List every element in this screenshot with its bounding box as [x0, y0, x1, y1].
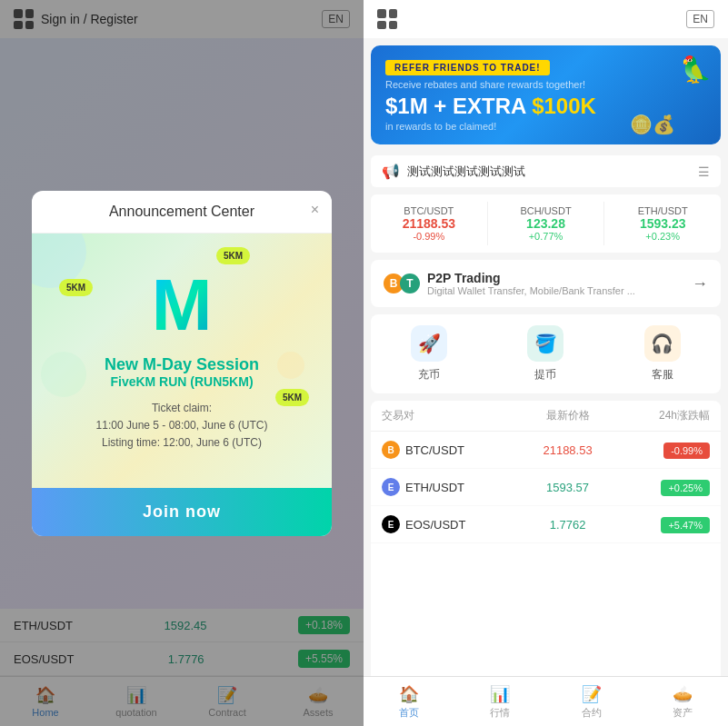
announcement-text: 测试测试测试测试测试 — [407, 164, 525, 180]
ticket-label: Ticket claim: — [152, 402, 212, 414]
right-lang-badge[interactable]: EN — [686, 10, 714, 28]
ticker-pair-eth: ETH/USDT — [604, 205, 721, 216]
market-pair-cell-btc: B BTC/USDT — [382, 441, 513, 459]
ticket-time: 11:00 June 5 - 08:00, June 6 (UTC) — [96, 419, 268, 432]
ticker-eth[interactable]: ETH/USDT 1593.23 +0.23% — [604, 202, 721, 245]
badge-5km-topleft: 5KM — [59, 279, 93, 296]
action-deposit[interactable]: 🚀 充币 — [411, 325, 447, 383]
market-price-btc: 21188.53 — [513, 443, 622, 457]
right-contract-icon: 📝 — [582, 684, 602, 704]
ticker-change-eth: +0.23% — [604, 231, 721, 242]
badge-5km-bottomright: 5KM — [275, 389, 309, 406]
ticker-bch[interactable]: BCH/USDT 123.28 +0.77% — [488, 202, 605, 245]
market-pair-eos: EOS/USDT — [405, 518, 465, 532]
modal-banner: 5KM 5KM 5KM M New M-Day Session FiveKM R… — [32, 234, 332, 488]
right-nav-contract[interactable]: 📝 合约 — [546, 677, 637, 726]
market-table: 交易对 最新价格 24h涨跌幅 B BTC/USDT 21188.53 -0.9… — [371, 401, 721, 722]
ann-left: 📢 测试测试测试测试测试 — [382, 163, 525, 180]
promo-bird-icon: 🦜 — [680, 55, 712, 85]
action-row: 🚀 充币 🪣 提币 🎧 客服 — [371, 314, 721, 393]
right-nav-assets-label: 资产 — [673, 706, 693, 720]
badge-5km-topcenter: 5KM — [216, 247, 250, 264]
market-change-eth: +0.25% — [623, 479, 710, 496]
market-row-eos[interactable]: E EOS/USDT 1.7762 +5.47% — [371, 506, 721, 543]
ticker-change-btc: -0.99% — [371, 231, 487, 242]
p2p-card[interactable]: B T P2P Trading Digital Wallet Transfer,… — [371, 260, 721, 307]
eth-coin-icon: E — [382, 478, 400, 496]
join-now-button[interactable]: Join now — [32, 488, 332, 536]
market-header: 交易对 最新价格 24h涨跌幅 — [371, 401, 721, 432]
ticker-btc[interactable]: BTC/USDT 21188.53 -0.99% — [371, 202, 488, 245]
market-col-price: 最新价格 — [513, 408, 622, 423]
event-details: Ticket claim: 11:00 June 5 - 08:00, June… — [96, 400, 268, 453]
ann-menu-icon[interactable]: ☰ — [698, 164, 710, 179]
btc-coin-icon: B — [382, 441, 400, 459]
right-home-icon: 🏠 — [399, 684, 419, 704]
ticker-pair-bch: BCH/USDT — [488, 205, 604, 216]
ticker-pair-btc: BTC/USDT — [371, 205, 487, 216]
left-panel: Sign in / Register EN ETH/USDT 1592.45 +… — [0, 0, 364, 726]
p2p-icons: B T — [384, 273, 420, 293]
withdraw-icon: 🪣 — [527, 325, 563, 362]
m-logo: M — [152, 269, 213, 342]
support-icon: 🎧 — [644, 325, 681, 362]
right-nav-assets[interactable]: 🥧 资产 — [637, 677, 728, 726]
promo-banner[interactable]: 🦜 🪙💰 REFER FRIENDS TO TRADE! Receive reb… — [371, 45, 721, 144]
modal-title: Announcement Center — [32, 191, 332, 234]
withdraw-label: 提币 — [534, 367, 556, 383]
promo-tag: REFER FRIENDS TO TRADE! — [385, 60, 550, 75]
right-panel: EN 🦜 🪙💰 REFER FRIENDS TO TRADE! Receive … — [364, 0, 728, 726]
market-pair-cell-eth: E ETH/USDT — [382, 478, 513, 496]
price-ticker: BTC/USDT 21188.53 -0.99% BCH/USDT 123.28… — [371, 194, 721, 253]
right-nav-home-label: 首页 — [399, 706, 419, 720]
p2p-arrow-icon: → — [692, 274, 708, 293]
market-price-eth: 1593.57 — [513, 481, 622, 494]
event-subtitle: FiveKM RUN (RUN5KM) — [110, 374, 253, 389]
p2p-desc: Digital Wallet Transfer, Mobile/Bank Tra… — [427, 285, 635, 296]
market-col-change: 24h涨跌幅 — [623, 408, 710, 423]
right-nav-market-label: 行情 — [490, 706, 510, 720]
right-header-left — [377, 9, 397, 29]
action-support[interactable]: 🎧 客服 — [644, 325, 681, 383]
market-pair-cell-eos: E EOS/USDT — [382, 515, 513, 533]
p2p-title: P2P Trading — [427, 271, 635, 285]
promo-coins-icon: 🪙💰 — [630, 114, 675, 135]
ticker-price-eth: 1593.23 — [604, 216, 721, 231]
deposit-icon: 🚀 — [411, 325, 447, 362]
listing-label: Listing time: 12:00, June 6 (UTC) — [102, 436, 262, 449]
market-row-eth[interactable]: E ETH/USDT 1593.57 +0.25% — [371, 469, 721, 506]
eth-change-badge: +0.25% — [661, 480, 710, 496]
ticker-price-bch: 123.28 — [488, 216, 604, 231]
market-pair-eth: ETH/USDT — [405, 481, 464, 494]
market-change-btc: -0.99% — [623, 442, 710, 459]
right-nav-market[interactable]: 📊 行情 — [454, 677, 545, 726]
btc-change-badge: -0.99% — [663, 443, 710, 459]
market-price-eos: 1.7762 — [513, 518, 622, 532]
market-pair-btc: BTC/USDT — [405, 443, 464, 457]
action-withdraw[interactable]: 🪣 提币 — [527, 325, 563, 383]
right-nav-contract-label: 合约 — [582, 706, 602, 720]
market-change-eos: +5.47% — [623, 516, 710, 533]
right-nav-home[interactable]: 🏠 首页 — [364, 677, 454, 726]
right-header: EN — [364, 0, 728, 38]
circle-decoration-3 — [277, 352, 304, 379]
event-title: New M-Day Session — [105, 355, 259, 374]
modal-overlay[interactable]: Announcement Center × 5KM 5KM 5KM M New … — [0, 0, 364, 726]
p2p-info: P2P Trading Digital Wallet Transfer, Mob… — [427, 271, 635, 296]
right-market-icon: 📊 — [490, 684, 510, 704]
eos-coin-icon: E — [382, 515, 400, 533]
ticker-price-btc: 21188.53 — [371, 216, 487, 231]
right-assets-icon: 🥧 — [673, 684, 693, 704]
ticker-change-bch: +0.77% — [488, 231, 604, 242]
announcement-modal: Announcement Center × 5KM 5KM 5KM M New … — [32, 191, 332, 536]
market-col-pair: 交易对 — [382, 408, 513, 423]
market-row-btc[interactable]: B BTC/USDT 21188.53 -0.99% — [371, 432, 721, 469]
right-grid-icon[interactable] — [377, 9, 397, 29]
usdt-icon: T — [400, 273, 420, 293]
announcement-bar[interactable]: 📢 测试测试测试测试测试 ☰ — [371, 155, 721, 187]
modal-close-button[interactable]: × — [311, 202, 319, 218]
circle-decoration-2 — [41, 352, 86, 397]
eos-change-badge: +5.47% — [661, 517, 710, 533]
deposit-label: 充币 — [418, 367, 440, 383]
right-bottom-nav: 🏠 首页 📊 行情 📝 合约 🥧 资产 — [364, 676, 728, 726]
